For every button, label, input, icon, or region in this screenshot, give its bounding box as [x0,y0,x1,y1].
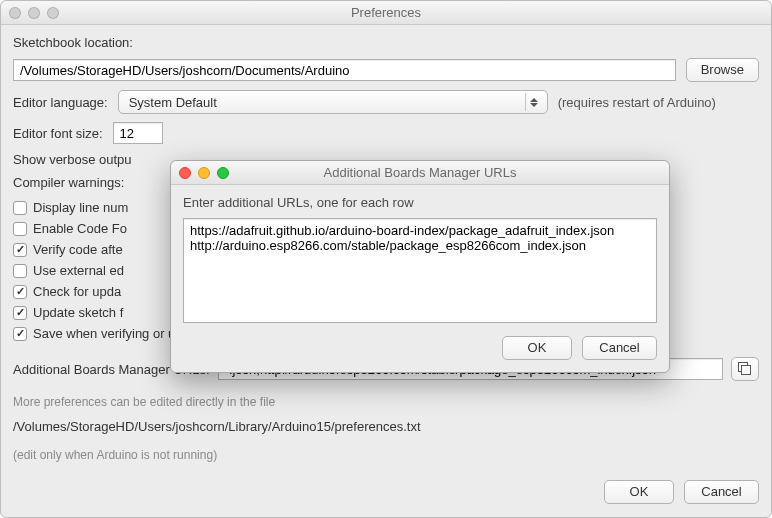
ok-button[interactable]: OK [604,480,674,504]
checkbox-display-line-numbers[interactable] [13,201,27,215]
checkbox-verify-code[interactable] [13,243,27,257]
browse-button[interactable]: Browse [686,58,759,82]
additional-urls-dialog: Additional Boards Manager URLs Enter add… [170,160,670,373]
checkbox-label: Verify code afte [33,242,123,257]
checkbox-label: Use external ed [33,263,124,278]
checkbox-check-updates[interactable] [13,285,27,299]
font-size-label: Editor font size: [13,126,103,141]
open-urls-dialog-button[interactable] [731,357,759,381]
prefs-file-path: /Volumes/StorageHD/Users/joshcorn/Librar… [13,419,759,434]
font-size-input[interactable] [113,122,163,144]
select-stepper-icon [525,93,543,111]
checkbox-save-on-verify[interactable] [13,327,27,341]
dialog-title: Additional Boards Manager URLs [171,165,669,180]
zoom-icon[interactable] [47,7,59,19]
checkbox-enable-code-folding[interactable] [13,222,27,236]
compiler-warnings-label: Compiler warnings: [13,175,124,190]
more-prefs-line1: More preferences can be edited directly … [13,395,759,409]
dialog-hint: Enter additional URLs, one for each row [183,195,657,210]
more-prefs-line2: (edit only when Arduino is not running) [13,448,759,462]
editor-language-select[interactable]: System Default [118,90,548,114]
editor-language-label: Editor language: [13,95,108,110]
checkbox-external-editor[interactable] [13,264,27,278]
dialog-titlebar: Additional Boards Manager URLs [171,161,669,185]
minimize-icon[interactable] [28,7,40,19]
windows-icon [738,362,752,376]
editor-language-note: (requires restart of Arduino) [558,95,716,110]
close-icon[interactable] [9,7,21,19]
urls-textarea[interactable] [183,218,657,323]
window-title: Preferences [1,5,771,20]
dialog-zoom-icon[interactable] [217,167,229,179]
dialog-cancel-button[interactable]: Cancel [582,336,657,360]
editor-language-value: System Default [129,95,217,110]
dialog-close-icon[interactable] [179,167,191,179]
cancel-button[interactable]: Cancel [684,480,759,504]
checkbox-label: Check for upda [33,284,121,299]
checkbox-label: Display line num [33,200,128,215]
dialog-minimize-icon[interactable] [198,167,210,179]
dialog-ok-button[interactable]: OK [502,336,572,360]
sketchbook-label: Sketchbook location: [13,35,759,50]
checkbox-label: Enable Code Fo [33,221,127,236]
main-titlebar: Preferences [1,1,771,25]
sketchbook-path-input[interactable] [13,59,676,81]
verbose-label: Show verbose outpu [13,152,132,167]
checkbox-label: Update sketch f [33,305,123,320]
checkbox-update-sketch[interactable] [13,306,27,320]
